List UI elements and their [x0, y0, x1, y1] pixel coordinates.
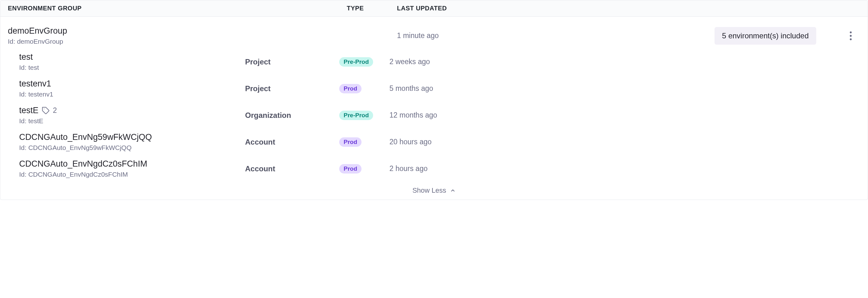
environment-scope: Account: [245, 164, 275, 173]
environment-updated: 20 hours ago: [390, 138, 432, 146]
environment-type-badge: Prod: [339, 164, 362, 173]
environment-scope: Organization: [245, 111, 291, 119]
tag-icon: [42, 107, 50, 115]
environment-id: Id: CDCNGAuto_EnvNg59wFkWCjQQ: [19, 144, 245, 152]
environment-row[interactable]: testId: testProjectPre-Prod2 weeks ago: [0, 48, 868, 75]
environment-id: Id: testenv1: [19, 90, 245, 98]
environment-name: CDCNGAuto_EnvNgdCz0sFChIM: [19, 159, 147, 169]
tag-count: 2: [53, 106, 57, 115]
environment-row[interactable]: CDCNGAuto_EnvNgdCz0sFChIMId: CDCNGAuto_E…: [0, 155, 868, 182]
environment-type-badge: Prod: [339, 84, 362, 93]
environment-name: testenv1: [19, 79, 51, 89]
environment-group-card: demoEnvGroup Id: demoEnvGroup 1 minute a…: [0, 17, 868, 200]
environment-scope: Project: [245, 57, 271, 66]
environment-name: CDCNGAuto_EnvNg59wFkWCjQQ: [19, 132, 152, 142]
group-name: demoEnvGroup: [8, 26, 253, 36]
environment-updated: 2 hours ago: [390, 164, 427, 172]
environment-type-badge: Prod: [339, 137, 362, 147]
environment-id: Id: test: [19, 64, 245, 71]
group-id: Id: demoEnvGroup: [8, 38, 253, 45]
environment-id: Id: testE: [19, 117, 245, 125]
environment-updated: 12 months ago: [390, 111, 437, 119]
environment-type-badge: Pre-Prod: [339, 111, 373, 120]
group-row[interactable]: demoEnvGroup Id: demoEnvGroup 1 minute a…: [0, 17, 868, 48]
environment-name: testE: [19, 106, 39, 115]
environment-type-badge: Pre-Prod: [339, 57, 373, 66]
show-less-button[interactable]: Show Less: [0, 182, 868, 199]
group-updated: 1 minute ago: [397, 31, 439, 39]
kebab-menu-icon[interactable]: [844, 31, 857, 40]
environment-updated: 5 months ago: [390, 84, 433, 92]
chevron-up-icon: [450, 188, 456, 193]
header-last-updated: LAST UPDATED: [397, 5, 466, 12]
environment-id: Id: CDCNGAuto_EnvNgdCz0sFChIM: [19, 171, 245, 178]
environment-updated: 2 weeks ago: [390, 57, 430, 66]
show-less-label: Show Less: [412, 186, 446, 195]
table-header: ENVIRONMENT GROUP TYPE LAST UPDATED: [0, 0, 868, 17]
header-environment-group: ENVIRONMENT GROUP: [8, 5, 253, 12]
environment-list: testId: testProjectPre-Prod2 weeks agote…: [0, 48, 868, 182]
environment-row[interactable]: testenv1Id: testenv1ProjectProd5 months …: [0, 75, 868, 102]
environment-row[interactable]: testE2Id: testEOrganizationPre-Prod12 mo…: [0, 102, 868, 129]
environment-row[interactable]: CDCNGAuto_EnvNg59wFkWCjQQId: CDCNGAuto_E…: [0, 129, 868, 155]
environment-count-badge[interactable]: 5 environment(s) included: [715, 27, 816, 45]
environment-scope: Account: [245, 138, 275, 146]
environment-scope: Project: [245, 84, 271, 93]
header-type: TYPE: [347, 5, 397, 12]
environment-name: test: [19, 52, 33, 62]
